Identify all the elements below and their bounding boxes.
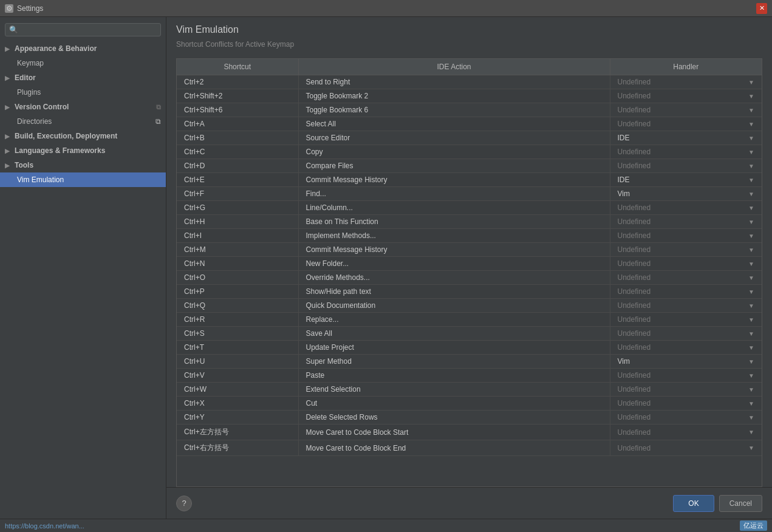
table-row: Ctrl+VPasteUndefined▼ (177, 369, 762, 383)
action-cell: Implement Methods... (298, 229, 610, 243)
dropdown-arrow-icon: ▼ (748, 316, 754, 323)
table-row: Ctrl+SSave AllUndefined▼ (177, 327, 762, 341)
handler-cell[interactable]: Undefined▼ (610, 299, 762, 313)
cancel-button[interactable]: Cancel (719, 495, 762, 512)
handler-cell[interactable]: Vim▼ (610, 355, 762, 369)
expand-icon: ▶ (5, 148, 12, 154)
shortcut-cell: Ctrl+Shift+6 (177, 103, 298, 117)
handler-cell[interactable]: Undefined▼ (610, 201, 762, 215)
handler-cell[interactable]: Undefined▼ (610, 75, 762, 89)
handler-cell[interactable]: Undefined▼ (610, 341, 762, 355)
sidebar-item-label: Appearance & Behavior (15, 44, 97, 53)
table-row: Ctrl+BSource EditorIDE▼ (177, 131, 762, 145)
table-row: Ctrl+OOverride Methods...Undefined▼ (177, 271, 762, 285)
handler-cell[interactable]: Undefined▼ (610, 397, 762, 411)
page-subtitle: Shortcut Conflicts for Active Keymap (176, 40, 762, 49)
copy-icon: ⧉ (155, 117, 161, 126)
dropdown-arrow-icon: ▼ (748, 191, 754, 197)
table-row: Ctrl+ASelect AllUndefined▼ (177, 117, 762, 131)
table-row: Ctrl+QQuick DocumentationUndefined▼ (177, 299, 762, 313)
sidebar-item-appearance[interactable]: ▶ Appearance & Behavior (0, 41, 166, 56)
status-url: https://blog.csdn.net/wan... (5, 522, 84, 530)
bottom-buttons: OK Cancel (673, 495, 762, 512)
sidebar-item-tools[interactable]: ▶ Tools (0, 158, 166, 172)
handler-value: Undefined (618, 245, 651, 254)
handler-cell[interactable]: Undefined▼ (610, 285, 762, 299)
handler-cell[interactable]: IDE▼ (610, 131, 762, 145)
dropdown-arrow-icon: ▼ (748, 386, 754, 393)
sidebar-item-languages[interactable]: ▶ Languages & Frameworks (0, 143, 166, 158)
action-cell: Delete Selected Rows (298, 411, 610, 425)
table-row: Ctrl+RReplace...Undefined▼ (177, 313, 762, 327)
dropdown-arrow-icon: ▼ (748, 135, 754, 142)
shortcut-cell: Ctrl+左方括号 (177, 425, 298, 440)
handler-value: Undefined (618, 287, 651, 296)
dropdown-arrow-icon: ▼ (748, 302, 754, 309)
handler-value: Undefined (618, 217, 651, 226)
expand-icon: ▶ (5, 104, 12, 111)
table-row: Ctrl+XCutUndefined▼ (177, 397, 762, 411)
handler-cell[interactable]: Undefined▼ (610, 271, 762, 285)
handler-cell[interactable]: IDE▼ (610, 173, 762, 187)
table-row: Ctrl+PShow/Hide path textUndefined▼ (177, 285, 762, 299)
help-button[interactable]: ? (176, 496, 192, 511)
handler-cell[interactable]: Undefined▼ (610, 411, 762, 425)
handler-cell[interactable]: Undefined▼ (610, 425, 762, 440)
settings-icon: ⚙ (5, 4, 13, 13)
shortcut-cell: Ctrl+M (177, 243, 298, 257)
col-shortcut: Shortcut (177, 59, 298, 75)
handler-cell[interactable]: Undefined▼ (610, 159, 762, 173)
shortcut-cell: Ctrl+W (177, 383, 298, 397)
shortcut-cell: Ctrl+R (177, 313, 298, 327)
handler-cell[interactable]: Undefined▼ (610, 145, 762, 159)
sidebar-item-vim-emulation[interactable]: Vim Emulation (0, 172, 166, 187)
handler-value: Undefined (618, 301, 651, 310)
dropdown-arrow-icon: ▼ (748, 372, 754, 379)
handler-cell[interactable]: Undefined▼ (610, 369, 762, 383)
handler-cell[interactable]: Undefined▼ (610, 383, 762, 397)
sidebar-item-build[interactable]: ▶ Build, Execution, Deployment (0, 129, 166, 143)
handler-cell[interactable]: Undefined▼ (610, 243, 762, 257)
handler-cell[interactable]: Undefined▼ (610, 215, 762, 229)
handler-cell[interactable]: Undefined▼ (610, 117, 762, 131)
handler-cell[interactable]: Undefined▼ (610, 229, 762, 243)
table-row: Ctrl+ECommit Message HistoryIDE▼ (177, 173, 762, 187)
handler-value: Undefined (618, 399, 651, 408)
sidebar-item-directories[interactable]: Directories ⧉ (0, 114, 166, 129)
table-row: Ctrl+FFind...Vim▼ (177, 187, 762, 201)
action-cell: Update Project (298, 341, 610, 355)
handler-cell[interactable]: Undefined▼ (610, 257, 762, 271)
dropdown-arrow-icon: ▼ (748, 445, 754, 451)
dropdown-arrow-icon: ▼ (748, 261, 754, 267)
close-button[interactable]: ✕ (756, 3, 767, 14)
ok-button[interactable]: OK (673, 495, 714, 512)
sidebar-item-version-control[interactable]: ▶ Version Control ⧉ (0, 100, 166, 114)
handler-cell[interactable]: Vim▼ (610, 187, 762, 201)
status-bar: https://blog.csdn.net/wan... 亿运云 (0, 519, 772, 532)
copy-icon: ⧉ (156, 103, 161, 111)
search-box[interactable]: 🔍 (5, 23, 161, 36)
sidebar-item-plugins[interactable]: Plugins (0, 85, 166, 100)
sidebar-item-keymap[interactable]: Keymap (0, 56, 166, 70)
search-input[interactable] (21, 26, 157, 34)
shortcuts-table-container[interactable]: Shortcut IDE Action Handler Ctrl+2Send t… (176, 58, 762, 487)
handler-cell[interactable]: Undefined▼ (610, 89, 762, 103)
dropdown-arrow-icon: ▼ (748, 177, 754, 183)
handler-cell[interactable]: Undefined▼ (610, 440, 762, 456)
expand-icon: ▶ (5, 46, 12, 52)
handler-value: Undefined (618, 371, 651, 380)
action-cell: Move Caret to Code Block Start (298, 425, 610, 440)
dropdown-arrow-icon: ▼ (748, 163, 754, 169)
sidebar-item-label: Plugins (17, 88, 41, 97)
handler-cell[interactable]: Undefined▼ (610, 313, 762, 327)
action-cell: Quick Documentation (298, 299, 610, 313)
sidebar-item-editor[interactable]: ▶ Editor (0, 70, 166, 85)
col-handler: Handler (610, 59, 762, 75)
handler-cell[interactable]: Undefined▼ (610, 103, 762, 117)
sidebar-item-label: Build, Execution, Deployment (15, 132, 117, 140)
window-title: Settings (17, 4, 43, 13)
handler-cell[interactable]: Undefined▼ (610, 327, 762, 341)
shortcut-cell: Ctrl+V (177, 369, 298, 383)
table-row: Ctrl+WExtend SelectionUndefined▼ (177, 383, 762, 397)
dropdown-arrow-icon: ▼ (748, 205, 754, 211)
